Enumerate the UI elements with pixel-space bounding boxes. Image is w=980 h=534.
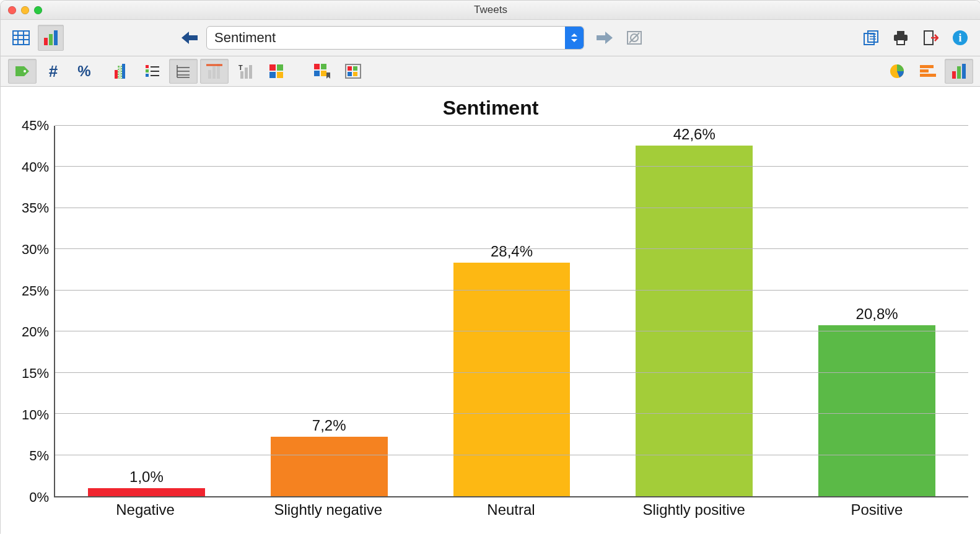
print-button[interactable]: [888, 25, 914, 51]
chart-area: Sentiment 0%5%10%15%20%25%30%35%40%45% 1…: [1, 87, 980, 534]
options-toolbar: # % T: [1, 56, 980, 87]
bar-value-label: 20,8%: [818, 305, 935, 325]
svg-rect-29: [146, 74, 149, 77]
bar-slot: 20,8%: [785, 126, 968, 496]
gridline: [55, 290, 968, 291]
y-tick-label: 45%: [22, 118, 49, 134]
gridline: [55, 166, 968, 167]
y-tick-label: 10%: [22, 407, 49, 423]
bar-value-label: 1,0%: [88, 468, 205, 488]
split-bars-button[interactable]: [107, 59, 136, 84]
x-tick-label: Slightly negative: [237, 497, 419, 522]
svg-rect-62: [920, 74, 936, 77]
svg-rect-7: [54, 30, 58, 45]
bar-slot: 28,4%: [421, 126, 603, 496]
bar[interactable]: 7,2%: [271, 437, 388, 496]
bar-value-label: 7,2%: [271, 417, 388, 437]
close-window-button[interactable]: [8, 6, 16, 14]
svg-rect-42: [240, 71, 243, 79]
svg-rect-26: [122, 64, 125, 79]
bars-container: 1,0%7,2%28,4%42,6%20,8%: [55, 126, 968, 496]
save-template-button[interactable]: [308, 59, 336, 84]
svg-rect-55: [348, 66, 352, 71]
pie-chart-button[interactable]: [883, 59, 911, 84]
forward-button[interactable]: [592, 25, 618, 51]
svg-rect-40: [217, 64, 220, 79]
horizontal-bar-button[interactable]: [914, 59, 942, 84]
y-tick-label: 0%: [29, 489, 49, 506]
export-button[interactable]: [917, 25, 943, 51]
clear-filter-button[interactable]: [621, 25, 647, 51]
value-markers-button[interactable]: [200, 59, 229, 84]
minimize-window-button[interactable]: [21, 6, 29, 14]
y-tick-label: 20%: [22, 324, 49, 340]
y-tick-label: 35%: [22, 200, 49, 216]
copy-button[interactable]: [858, 25, 884, 51]
bar[interactable]: 42,6%: [636, 146, 753, 496]
gridline: [55, 331, 968, 331]
svg-rect-64: [957, 66, 961, 79]
svg-rect-46: [269, 64, 276, 71]
main-toolbar: Sentiment i: [1, 20, 980, 56]
bar-slot: 1,0%: [55, 126, 238, 496]
show-counts-button[interactable]: #: [39, 59, 68, 84]
svg-text:T: T: [238, 64, 243, 71]
bar-value-label: 28,4%: [453, 243, 571, 263]
svg-rect-5: [44, 38, 48, 45]
bar[interactable]: 20,8%: [818, 325, 935, 496]
svg-rect-23: [115, 70, 118, 79]
y-tick-label: 30%: [22, 242, 49, 258]
x-tick-label: Neutral: [419, 497, 602, 522]
svg-rect-0: [13, 31, 29, 45]
table-view-button[interactable]: [8, 25, 34, 51]
show-percent-button[interactable]: %: [70, 59, 98, 84]
y-tick-label: 5%: [29, 448, 49, 464]
svg-rect-52: [314, 71, 320, 76]
gridline: [55, 455, 968, 455]
chart-body: 0%5%10%15%20%25%30%35%40%45% 1,0%7,2%28,…: [13, 126, 968, 497]
x-tick-label: Negative: [54, 497, 237, 522]
x-tick-label: Positive: [785, 497, 968, 522]
window-controls: [8, 6, 42, 14]
svg-rect-43: [245, 68, 248, 79]
show-labels-button[interactable]: [8, 59, 37, 84]
svg-rect-28: [146, 69, 149, 72]
vertical-bar-button[interactable]: [945, 59, 973, 84]
info-button[interactable]: i: [947, 25, 973, 51]
axis-titles-button[interactable]: T: [231, 59, 260, 84]
svg-rect-17: [897, 31, 904, 35]
svg-rect-47: [277, 64, 283, 71]
svg-rect-57: [348, 72, 352, 76]
svg-rect-56: [353, 66, 357, 71]
y-tick-label: 40%: [22, 159, 49, 175]
svg-rect-50: [314, 64, 320, 69]
x-axis-labels: NegativeSlightly negativeNeutralSlightly…: [54, 497, 968, 522]
window-title: Tweets: [1, 4, 980, 16]
back-button[interactable]: [177, 25, 203, 51]
variable-dropdown[interactable]: Sentiment: [206, 26, 584, 50]
gridlines-button[interactable]: [169, 59, 198, 84]
gridline: [55, 413, 968, 414]
svg-rect-48: [269, 72, 276, 78]
zoom-window-button[interactable]: [34, 6, 42, 14]
template-gallery-button[interactable]: [339, 59, 367, 84]
dropdown-selected-value: Sentiment: [207, 30, 565, 46]
svg-rect-58: [353, 72, 357, 76]
svg-rect-51: [321, 64, 326, 69]
bar[interactable]: 28,4%: [453, 263, 571, 496]
svg-text:i: i: [958, 32, 961, 44]
title-bar: Tweets: [1, 1, 980, 20]
legend-list-button[interactable]: [138, 59, 167, 84]
gridline: [55, 248, 968, 249]
gridline: [55, 208, 968, 208]
chart-view-button[interactable]: [38, 25, 64, 51]
chart-title: Sentiment: [13, 97, 968, 120]
bar-slot: 7,2%: [238, 126, 421, 496]
bar[interactable]: 1,0%: [88, 488, 205, 496]
color-scheme-button[interactable]: [262, 59, 291, 84]
dropdown-arrows-icon: [565, 27, 584, 49]
x-tick-label: Slightly positive: [603, 497, 785, 522]
svg-point-22: [24, 70, 26, 72]
svg-rect-60: [920, 65, 934, 68]
svg-rect-39: [212, 66, 216, 79]
